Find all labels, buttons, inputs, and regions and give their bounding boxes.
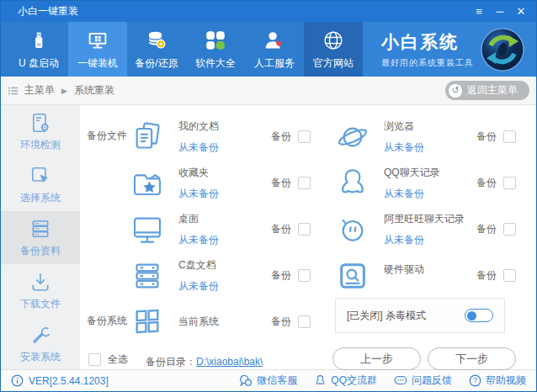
favorites-folder-icon [130, 167, 164, 200]
backup-status-link[interactable]: 从未备份 [178, 187, 219, 201]
breadcrumb-current: 系统重装 [74, 83, 114, 98]
sidebar-item-download-files[interactable]: 下载文件 [1, 264, 80, 317]
brand-logo-icon [481, 28, 524, 72]
nav-item-one-key-install[interactable]: 一键装机 [68, 22, 127, 77]
c-drive-icon [130, 259, 164, 293]
next-step-button[interactable]: 下一步 [428, 347, 516, 370]
database-icon [144, 28, 169, 53]
prev-step-button[interactable]: 上一步 [332, 347, 421, 370]
env-check-icon [29, 112, 51, 134]
backup-files-group-label: 备份文件 [87, 129, 127, 143]
version-text: VER[2.5.44.1203] [29, 375, 109, 387]
backup-status-link[interactable]: 从未备份 [384, 233, 424, 247]
backup-checkbox[interactable] [298, 269, 311, 282]
backup-checkbox[interactable] [503, 223, 516, 236]
documents-icon [130, 120, 164, 154]
nav-item-official-site[interactable]: 官方网站 [304, 22, 363, 77]
sidebar-item-select-system[interactable]: 选择系统 [1, 158, 80, 211]
breadcrumb-root[interactable]: 主菜单 [24, 83, 55, 98]
help-video-link[interactable]: ? 帮助视频 [469, 373, 526, 388]
backup-item-name: 我的文档 [178, 119, 271, 134]
backup-label: 备份 [271, 315, 291, 329]
top-nav: U 盘启动 一键装机 备份/ [1, 22, 536, 77]
nav-item-label: 一键装机 [77, 56, 118, 71]
return-main-menu-button[interactable]: ↺ 返回主菜单 [445, 81, 529, 100]
footer-link-label: 微信客服 [257, 373, 297, 388]
backup-checkbox[interactable] [298, 130, 311, 143]
sidebar-item-backup-data[interactable]: 备份资料 [1, 211, 80, 264]
download-icon [29, 271, 51, 293]
backup-label: 备份 [476, 268, 497, 283]
backup-status-link[interactable]: 从未备份 [178, 279, 219, 294]
backup-status-link[interactable]: 从未备份 [178, 233, 219, 247]
backup-item-name: QQ聊天记录 [384, 166, 476, 180]
titlebar: 小白一键重装 ≡ ─ ✕ [1, 1, 536, 22]
sidebar-item-label: 安装系统 [20, 350, 61, 364]
backup-label: 备份 [271, 222, 291, 236]
hardware-driver-icon [336, 259, 370, 293]
backup-label: 备份 [476, 130, 497, 144]
window-controls: ≡ ─ ✕ [472, 4, 528, 19]
sidebar-item-label: 下载文件 [20, 297, 61, 311]
backup-item-name: 桌面 [178, 212, 271, 226]
wechat-service-link[interactable]: 微信客服 [239, 373, 297, 388]
backup-item-name: 收藏夹 [178, 166, 271, 180]
aliwangwang-icon [336, 213, 370, 246]
backup-checkbox[interactable] [503, 130, 516, 143]
globe-icon [321, 28, 346, 53]
backup-item-hardware-driver: 硬件驱动 备份 [334, 252, 536, 299]
backup-checkbox[interactable] [503, 269, 516, 282]
nav-item-usb-boot[interactable]: U 盘启动 [9, 22, 68, 77]
wechat-icon [239, 374, 253, 387]
toggle-knob [467, 311, 476, 320]
footer-links: 微信客服 QQ交流群 问题反馈 ? [239, 373, 526, 388]
backup-status-link[interactable]: 从未备份 [178, 140, 219, 155]
footer-link-label: 问题反馈 [412, 373, 452, 388]
breadcrumb-separator-icon: ▶ [61, 87, 67, 95]
apps-icon [203, 28, 228, 53]
backup-system-group-label: 备份系统 [87, 314, 127, 328]
menu-button[interactable]: ≡ [472, 4, 486, 19]
wrench-icon [29, 324, 51, 346]
backup-label: 备份 [476, 222, 497, 236]
nav-item-backup-restore[interactable]: 备份/还原 [127, 22, 186, 77]
brand-slogan: 最好用的系统重装工具 [381, 57, 474, 69]
qq-group-link[interactable]: QQ交流群 [314, 373, 377, 388]
brand-name: 小白系统 [381, 30, 474, 54]
feedback-bubble-icon [394, 374, 407, 387]
feedback-link[interactable]: 问题反馈 [394, 373, 452, 388]
close-button[interactable]: ✕ [514, 4, 528, 19]
usb-icon [26, 28, 51, 53]
backup-checkbox[interactable] [503, 177, 516, 189]
nav-item-label: 备份/还原 [135, 56, 178, 71]
sidebar-item-label: 备份资料 [20, 244, 61, 258]
backup-directory: 备份目录：D:\xiaobai\bak\ [146, 355, 263, 369]
return-arrow-icon: ↺ [449, 84, 462, 98]
minimize-button[interactable]: ─ [493, 4, 507, 19]
antivirus-toggle[interactable] [465, 309, 493, 322]
statusbar: VER[2.5.44.1203] 微信客服 QQ交流群 [1, 369, 536, 391]
body: 环境检测 选择系统 备份资料 [1, 105, 536, 369]
sidebar-item-env-check[interactable]: 环境检测 [1, 105, 80, 158]
backup-label: 备份 [271, 130, 291, 144]
backup-data-icon [29, 218, 51, 240]
backup-status-link[interactable]: 从未备份 [384, 140, 424, 155]
backup-status-link[interactable]: 从未备份 [384, 187, 424, 201]
footer-link-label: 帮助视频 [486, 373, 526, 388]
backup-item-aliwangwang-chat: 阿里旺旺聊天记录 从未备份 备份 [334, 206, 536, 252]
select-all-checkbox[interactable] [88, 353, 101, 366]
backup-item-favorites: 收藏夹 从未备份 备份 [129, 160, 336, 206]
help-icon: ? [469, 374, 481, 387]
backup-checkbox[interactable] [298, 315, 311, 328]
window-title: 小白一键重装 [18, 4, 78, 19]
browser-icon [336, 120, 370, 154]
nav-item-software-collection[interactable]: 软件大全 [186, 22, 245, 77]
backup-checkbox[interactable] [298, 223, 311, 236]
backup-directory-link[interactable]: D:\xiaobai\bak\ [196, 356, 263, 368]
nav-item-human-service[interactable]: 人工服务 [245, 22, 304, 77]
nav-item-label: 人工服务 [254, 56, 295, 71]
backup-checkbox[interactable] [298, 177, 311, 189]
backup-item-desktop: 桌面 从未备份 备份 [129, 206, 336, 252]
backup-directory-label: 备份目录： [146, 356, 196, 368]
sidebar-item-install-system[interactable]: 安装系统 [1, 317, 80, 370]
